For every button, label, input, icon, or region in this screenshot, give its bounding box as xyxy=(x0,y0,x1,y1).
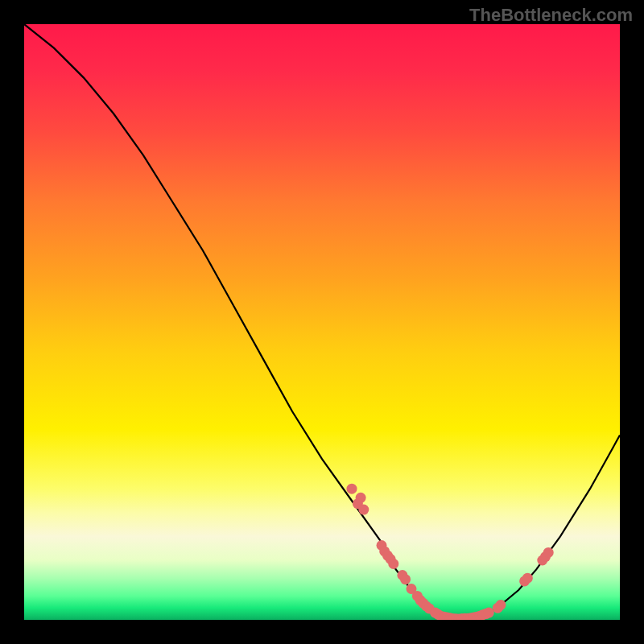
plot-area xyxy=(24,24,620,620)
data-point xyxy=(400,574,411,584)
bottleneck-curve xyxy=(24,24,620,619)
data-point xyxy=(388,559,398,569)
data-markers xyxy=(347,484,554,620)
data-point xyxy=(358,505,369,515)
data-point xyxy=(484,608,494,618)
data-point xyxy=(347,484,357,494)
data-point xyxy=(522,573,533,584)
watermark-text: TheBottleneck.com xyxy=(469,5,633,26)
data-point xyxy=(496,600,506,610)
chart-svg xyxy=(24,24,620,620)
data-point xyxy=(356,493,366,503)
data-point xyxy=(543,547,554,558)
